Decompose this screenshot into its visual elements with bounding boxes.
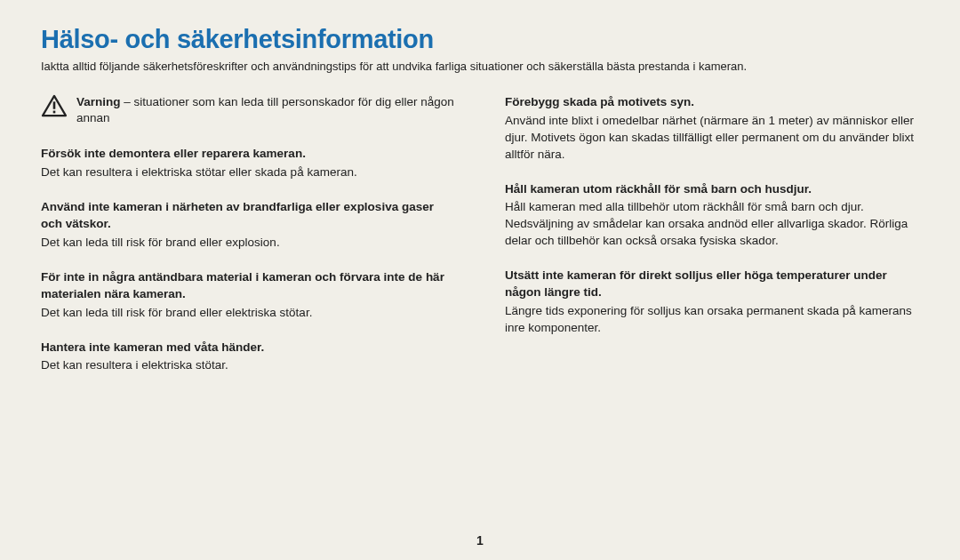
block-heading: Hantera inte kameran med våta händer. <box>41 340 455 356</box>
block-body: Det kan leda till risk för brand eller e… <box>41 305 455 322</box>
block-heading: Utsätt inte kameran för direkt solljus e… <box>505 268 919 301</box>
block-body: Håll kameran med alla tillbehör utom räc… <box>505 199 919 250</box>
svg-rect-1 <box>53 101 56 108</box>
block-heading: Försök inte demontera eller reparera kam… <box>41 146 455 163</box>
intro-text: Iaktta alltid följande säkerhetsföreskri… <box>41 60 919 73</box>
safety-block: Håll kameran utom räckhåll för små barn … <box>505 181 919 251</box>
warning-banner: Varning – situationer som kan leda till … <box>41 94 455 126</box>
left-column: Varning – situationer som kan leda till … <box>41 94 455 392</box>
warning-text: Varning – situationer som kan leda till … <box>76 94 455 126</box>
block-body: Det kan resultera i elektriska stötar el… <box>41 164 455 181</box>
page-title: Hälso- och säkerhetsinformation <box>41 25 919 54</box>
safety-block: För inte in några antändbara material i … <box>41 269 455 322</box>
warning-label: Varning <box>76 95 121 108</box>
block-heading: Förebygg skada på motivets syn. <box>505 94 919 111</box>
safety-block: Utsätt inte kameran för direkt solljus e… <box>505 268 919 337</box>
warning-desc: – situationer som kan leda till personsk… <box>76 95 454 124</box>
safety-block: Förebygg skada på motivets syn. Använd i… <box>505 94 919 164</box>
warning-triangle-icon <box>41 94 68 117</box>
right-column: Förebygg skada på motivets syn. Använd i… <box>505 94 919 392</box>
page-number: 1 <box>0 533 960 548</box>
block-body: Det kan leda till risk för brand eller e… <box>41 235 455 252</box>
block-body: Längre tids exponering för solljus kan o… <box>505 303 919 337</box>
safety-block: Försök inte demontera eller reparera kam… <box>41 146 455 181</box>
block-body: Använd inte blixt i omedelbar närhet (nä… <box>505 113 919 164</box>
block-heading: Använd inte kameran i närheten av brandf… <box>41 199 455 233</box>
svg-rect-2 <box>53 111 56 114</box>
safety-block: Använd inte kameran i närheten av brandf… <box>41 199 455 252</box>
content-columns: Varning – situationer som kan leda till … <box>41 94 919 392</box>
block-heading: För inte in några antändbara material i … <box>41 269 455 303</box>
block-body: Det kan resultera i elektriska stötar. <box>41 357 455 374</box>
block-heading: Håll kameran utom räckhåll för små barn … <box>505 181 919 198</box>
safety-block: Hantera inte kameran med våta händer. De… <box>41 340 455 375</box>
